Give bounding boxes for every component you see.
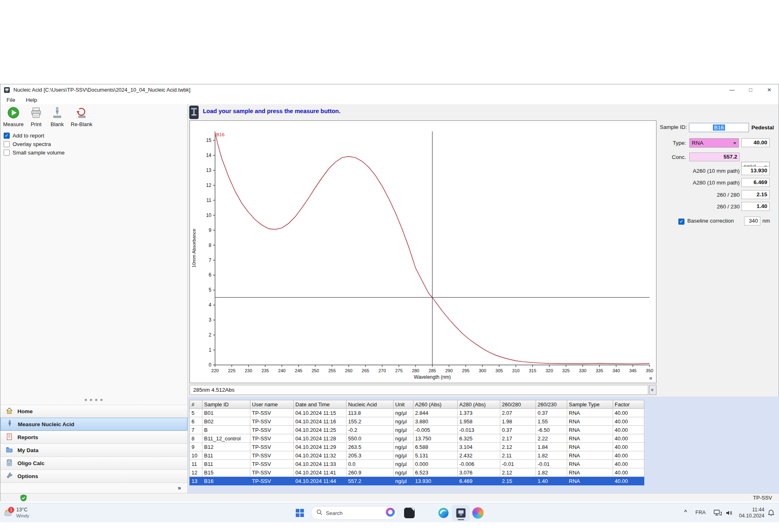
sidebar-item-home[interactable]: Home — [0, 405, 187, 418]
table-cell: 2.12 — [500, 468, 536, 477]
sidebar-splitter-handle[interactable]: ■ ■ ■ ■ — [0, 397, 187, 403]
menu-help[interactable]: Help — [26, 97, 37, 103]
colorful-app-icon[interactable] — [472, 507, 484, 519]
table-column-header[interactable]: Sample ID — [202, 400, 250, 409]
sample-id-input[interactable]: B16 — [689, 123, 749, 132]
cursor-readout: 285nm 4.512Abs — [189, 385, 648, 395]
table-cell: RNA — [567, 451, 613, 460]
sidebar-item-my-data[interactable]: My Data — [0, 444, 187, 457]
weather-widget[interactable]: 1 13°C Windy — [3, 505, 56, 521]
table-cell: B15 — [202, 468, 250, 477]
y-tick-label: 3 — [209, 317, 211, 323]
table-column-header[interactable]: # — [190, 400, 202, 409]
print-button[interactable]: Print — [27, 106, 45, 127]
sidebar-item-options[interactable]: Options — [0, 470, 187, 483]
sidebar-nav: Home Measure Nucleic Acid Reports My Dat… — [0, 405, 187, 492]
notification-bell-icon[interactable] — [768, 509, 775, 518]
table-cell: 2.07 — [500, 409, 536, 417]
volume-icon[interactable] — [725, 510, 733, 518]
table-row[interactable]: 8B11_12_controlTP-SSV04.10.2024 11:28550… — [190, 434, 644, 443]
reblank-button[interactable]: Re-Blank — [69, 106, 94, 127]
table-column-header[interactable]: Sample Type — [567, 400, 613, 409]
menu-file[interactable]: File — [6, 97, 15, 103]
table-cell: ng/µl — [394, 451, 413, 460]
y-tick-label: 5 — [209, 287, 211, 293]
sidebar-collapse-button[interactable]: » — [0, 483, 187, 492]
table-column-header[interactable]: Date and Time — [294, 400, 346, 409]
ratio-260-230-label: 260 / 230 — [658, 204, 740, 210]
sidebar-item-measure-nucleic-acid[interactable]: Measure Nucleic Acid — [0, 418, 187, 431]
measure-button[interactable]: Measure — [3, 106, 24, 127]
a260-label: A260 (10 mm path) — [658, 168, 740, 174]
baseline-correction-checkbox[interactable] — [678, 217, 684, 225]
table-cell: 1.373 — [458, 409, 500, 417]
table-cell: 13.750 — [413, 434, 458, 443]
table-cell: 0.37 — [500, 426, 536, 434]
table-column-header[interactable]: Nucleic Acid — [346, 400, 394, 409]
table-column-header[interactable]: User name — [250, 400, 294, 409]
x-tick-label: 325 — [562, 368, 570, 373]
calculator-icon — [6, 459, 13, 468]
close-button[interactable]: × — [760, 84, 779, 95]
type-select[interactable]: RNA — [689, 138, 739, 148]
blank-label: Blank — [48, 121, 66, 127]
table-row[interactable]: 6B02TP-SSV04.10.2024 11:16155.2ng/µl3.88… — [190, 417, 644, 426]
start-button[interactable] — [295, 508, 305, 519]
table-column-header[interactable]: Unit — [394, 400, 413, 409]
pedestal-label: Pedestal — [751, 124, 774, 131]
table-column-header[interactable]: A280 (Abs) — [458, 400, 500, 409]
tray-expand-chevron[interactable]: ^ — [684, 509, 687, 515]
network-icon[interactable] — [713, 509, 722, 518]
dark-app-icon[interactable] — [404, 507, 415, 519]
table-cell: 11 — [190, 460, 202, 468]
expand-readout-button[interactable]: » — [649, 385, 656, 395]
ratio-260-280-label: 260 / 280 — [658, 192, 740, 198]
x-tick-label: 270 — [379, 368, 386, 373]
spectrum-chart[interactable]: 0123456789101112131415220225230235240245… — [189, 120, 656, 383]
small-sample-volume-checkbox[interactable]: Small sample volume — [4, 149, 65, 156]
y-tick-label: 9 — [209, 227, 211, 233]
overlay-spectra-checkbox[interactable]: Overlay spectra — [4, 140, 51, 148]
taskbar-search[interactable]: Search — [311, 506, 398, 520]
x-tick-label: 345 — [629, 368, 637, 373]
blank-button[interactable]: Blank — [48, 106, 66, 127]
table-cell: B — [202, 426, 250, 434]
collapse-panel-button[interactable]: « — [646, 375, 655, 382]
table-cell: 1.40 — [536, 477, 567, 485]
conc-value[interactable]: 557.2 — [689, 152, 740, 161]
x-tick-label: 245 — [295, 368, 302, 373]
notification-badge: 1 — [8, 507, 14, 513]
nanodrop-app-icon-active[interactable] — [452, 505, 470, 521]
edge-browser-icon[interactable] — [438, 507, 449, 519]
minimize-button[interactable]: — — [723, 84, 741, 95]
sidebar-item-reports[interactable]: Reports — [0, 431, 187, 444]
maximize-button[interactable]: □ — [741, 84, 760, 95]
table-cell: -0.005 — [413, 426, 458, 434]
table-column-header[interactable]: A260 (Abs) — [413, 400, 458, 409]
y-tick-label: 11 — [207, 197, 212, 203]
table-row[interactable]: 10B11TP-SSV04.10.2024 11:32205.3ng/µl5.1… — [190, 451, 644, 460]
app-statusbar: TP-SSV — [0, 493, 779, 502]
table-cell: RNA — [567, 426, 613, 434]
baseline-wavelength-input[interactable]: 340 — [744, 217, 760, 225]
search-icon — [316, 509, 323, 517]
clock[interactable]: 11:44 04.10.2024 — [738, 507, 764, 519]
table-cell: 40.00 — [613, 409, 644, 417]
table-column-header[interactable]: 260/280 — [500, 400, 536, 409]
y-tick-label: 13 — [206, 167, 212, 173]
table-column-header[interactable]: 260/230 — [536, 400, 567, 409]
active-indicator — [458, 519, 464, 520]
table-row[interactable]: 13B16TP-SSV04.10.2024 11:44557.2ng/µl13.… — [190, 477, 644, 485]
table-row[interactable]: 11B11TP-SSV04.10.2024 11:330.0ng/µl0.000… — [190, 460, 644, 468]
language-indicator[interactable]: FRA — [695, 510, 706, 515]
table-row[interactable]: 5B01TP-SSV04.10.2024 11:15113.8ng/µl2.84… — [190, 409, 644, 417]
sidebar-item-oligo-calc[interactable]: Oligo Calc — [0, 457, 187, 470]
instrument-status-icon — [189, 105, 199, 121]
table-row[interactable]: 12B15TP-SSV04.10.2024 11:41260.9ng/µl6.5… — [190, 468, 644, 477]
table-column-header[interactable]: Factor — [613, 400, 644, 409]
baseline-correction-label: Baseline correction — [687, 218, 734, 224]
add-to-report-checkbox[interactable]: Add to report — [4, 132, 44, 139]
table-row[interactable]: 7BTP-SSV04.10.2024 11:25-0.2ng/µl-0.005-… — [190, 426, 644, 434]
table-cell: 2.11 — [500, 451, 536, 460]
table-row[interactable]: 9B12TP-SSV04.10.2024 11:29263.5ng/µl6.58… — [190, 443, 644, 451]
